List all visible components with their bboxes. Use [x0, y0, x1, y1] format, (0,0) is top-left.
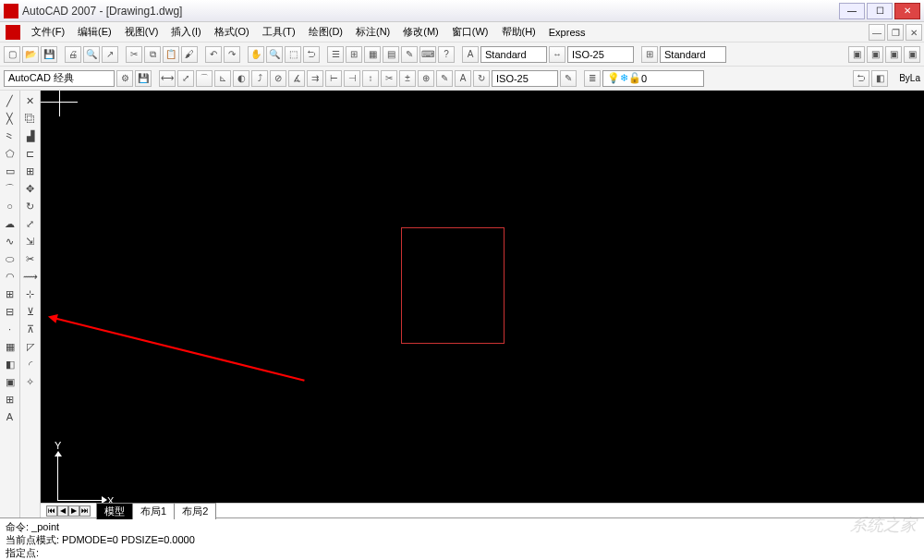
- tab-model[interactable]: 模型: [96, 503, 133, 519]
- dim-radius-icon[interactable]: ◐: [233, 70, 249, 87]
- point-icon[interactable]: ·: [2, 321, 18, 337]
- layer-prev-icon[interactable]: ⮌: [853, 70, 869, 87]
- dim-override-icon[interactable]: ✎: [560, 70, 577, 87]
- tab-first-icon[interactable]: ⏮: [46, 505, 57, 517]
- ellipse-icon[interactable]: ⬭: [2, 250, 18, 267]
- line-icon[interactable]: ╱: [2, 92, 18, 109]
- layer-select[interactable]: 💡❄🔓 0: [602, 70, 704, 87]
- array-icon[interactable]: ⊞: [22, 163, 39, 179]
- sheet-set-icon[interactable]: ▤: [383, 46, 399, 63]
- open-file-icon[interactable]: 📂: [22, 46, 39, 63]
- table-icon[interactable]: ⊞: [2, 391, 18, 408]
- arc-icon[interactable]: ⌒: [2, 180, 18, 197]
- menu-tools[interactable]: 工具(T): [257, 23, 301, 41]
- markup-icon[interactable]: ✎: [401, 46, 418, 63]
- mtext-icon[interactable]: A: [2, 408, 18, 425]
- revcloud-icon[interactable]: ☁: [2, 215, 18, 232]
- move-icon[interactable]: ✥: [22, 180, 39, 197]
- textstyle-icon[interactable]: A: [462, 46, 479, 63]
- save-icon[interactable]: 💾: [41, 46, 57, 63]
- break-point-icon[interactable]: ⊹: [22, 286, 39, 302]
- offset-icon[interactable]: ⊏: [22, 145, 39, 162]
- spline-icon[interactable]: ∿: [2, 233, 18, 250]
- extend-icon[interactable]: ⟿: [22, 268, 39, 285]
- hatch-icon[interactable]: ▦: [2, 338, 18, 355]
- scale-icon[interactable]: ⤢: [22, 215, 39, 232]
- workspace-settings-icon[interactable]: ⚙: [116, 70, 133, 87]
- polygon-icon[interactable]: ⬠: [2, 145, 18, 162]
- copy-obj-icon[interactable]: ⿻: [22, 110, 39, 127]
- menu-format[interactable]: 格式(O): [209, 23, 255, 41]
- explode-icon[interactable]: ✧: [22, 373, 39, 390]
- copy-icon[interactable]: ⧉: [144, 46, 161, 63]
- block4-icon[interactable]: ▣: [904, 46, 920, 63]
- zoom-icon[interactable]: 🔍: [266, 46, 283, 63]
- textstyle-select[interactable]: Standard: [480, 46, 547, 63]
- paste-icon[interactable]: 📋: [163, 46, 179, 63]
- rectangle-icon[interactable]: ▭: [2, 163, 18, 179]
- menu-edit[interactable]: 编辑(E): [72, 23, 117, 41]
- new-file-icon[interactable]: ▢: [4, 46, 20, 63]
- mdi-close-button[interactable]: ✕: [906, 24, 922, 41]
- dim-space-icon[interactable]: ↕: [362, 70, 379, 87]
- plot-icon[interactable]: 🖨: [65, 46, 81, 63]
- redo-icon[interactable]: ↷: [224, 46, 240, 63]
- xline-icon[interactable]: ╳: [2, 110, 18, 127]
- dim-diameter-icon[interactable]: ⊘: [270, 70, 286, 87]
- workspace-select[interactable]: AutoCAD 经典: [4, 70, 115, 87]
- dimstyle-icon[interactable]: ↔: [549, 46, 565, 63]
- dim-edit-icon[interactable]: ✎: [436, 70, 453, 87]
- centermark-icon[interactable]: ⊕: [418, 70, 434, 87]
- properties-icon[interactable]: ☰: [327, 46, 344, 63]
- dimstyle2-select[interactable]: ISO-25: [492, 70, 558, 87]
- menu-file[interactable]: 文件(F): [26, 23, 70, 41]
- trim-icon[interactable]: ✂: [22, 250, 39, 267]
- dim-continue-icon[interactable]: ⊣: [344, 70, 360, 87]
- calc-icon[interactable]: ⌨: [419, 46, 436, 63]
- menu-window[interactable]: 窗口(W): [446, 23, 494, 41]
- join-icon[interactable]: ⊼: [22, 321, 39, 337]
- break-icon[interactable]: ⊻: [22, 303, 39, 320]
- drawing-canvas[interactable]: Y X ⏮ ◀ ▶ ⏭ 模型 布局1 布局2: [41, 91, 924, 517]
- dim-baseline-icon[interactable]: ⊢: [325, 70, 342, 87]
- region-icon[interactable]: ▣: [2, 373, 18, 390]
- color-control-icon[interactable]: ◧: [871, 70, 888, 87]
- pan-icon[interactable]: ✋: [248, 46, 264, 63]
- help-icon[interactable]: ?: [438, 46, 455, 63]
- tab-next-icon[interactable]: ▶: [68, 505, 79, 517]
- zoom-window-icon[interactable]: ⬚: [285, 46, 301, 63]
- mdi-minimize-button[interactable]: —: [869, 24, 885, 41]
- dim-break-icon[interactable]: ✂: [381, 70, 397, 87]
- tablestyle-icon[interactable]: ⊞: [641, 46, 658, 63]
- tolerance-icon[interactable]: ±: [399, 70, 416, 87]
- menu-help[interactable]: 帮助(H): [496, 23, 541, 41]
- tool-palette-icon[interactable]: ▦: [364, 46, 381, 63]
- make-block-icon[interactable]: ⊟: [2, 303, 18, 320]
- circle-icon[interactable]: ○: [2, 198, 18, 214]
- block2-icon[interactable]: ▣: [867, 46, 883, 63]
- maximize-button[interactable]: ☐: [867, 3, 893, 19]
- dim-update-icon[interactable]: ↻: [473, 70, 490, 87]
- menu-view[interactable]: 视图(V): [119, 23, 164, 41]
- polyline-icon[interactable]: ⺀: [2, 128, 18, 144]
- workspace-save-icon[interactable]: 💾: [135, 70, 152, 87]
- gradient-icon[interactable]: ◧: [2, 356, 18, 372]
- tab-prev-icon[interactable]: ◀: [57, 505, 68, 517]
- undo-icon[interactable]: ↶: [205, 46, 222, 63]
- dim-quick-icon[interactable]: ⇉: [307, 70, 323, 87]
- publish-icon[interactable]: ↗: [102, 46, 118, 63]
- menu-modify[interactable]: 修改(M): [397, 23, 444, 41]
- zoom-prev-icon[interactable]: ⮌: [303, 46, 320, 63]
- dim-tedit-icon[interactable]: A: [455, 70, 471, 87]
- rotate-icon[interactable]: ↻: [22, 198, 39, 214]
- erase-icon[interactable]: ✕: [22, 92, 39, 109]
- stretch-icon[interactable]: ⇲: [22, 233, 39, 250]
- dim-arc-icon[interactable]: ⌒: [196, 70, 213, 87]
- menu-dimension[interactable]: 标注(N): [350, 23, 395, 41]
- block-icon[interactable]: ▣: [848, 46, 865, 63]
- matchprop-icon[interactable]: 🖌: [181, 46, 198, 63]
- dim-aligned-icon[interactable]: ⤢: [177, 70, 194, 87]
- close-button[interactable]: ✕: [894, 3, 920, 19]
- menu-draw[interactable]: 绘图(D): [303, 23, 348, 41]
- chamfer-icon[interactable]: ◸: [22, 338, 39, 355]
